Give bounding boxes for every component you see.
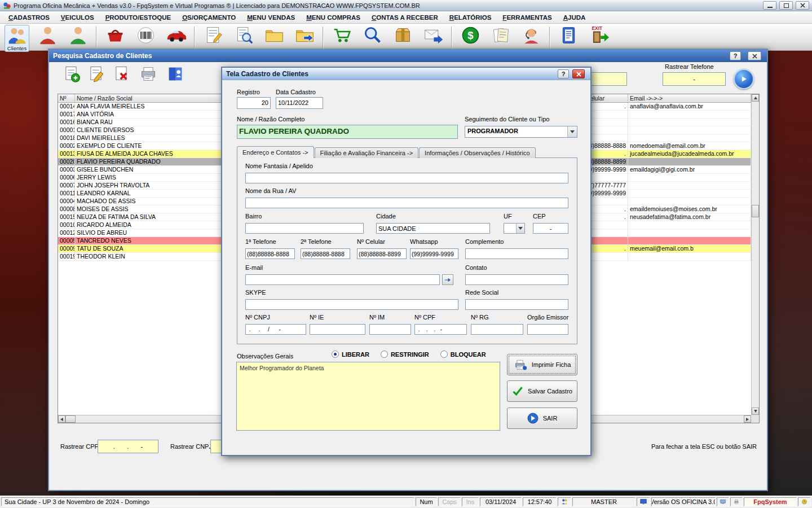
print-grid-icon[interactable] <box>139 64 158 84</box>
menu-item[interactable]: FERRAMENTAS <box>497 12 557 23</box>
sales-cart-icon[interactable] <box>329 25 354 46</box>
observacoes-textarea[interactable]: Melhor Programador do Planeta <box>236 362 500 431</box>
products-basket-icon[interactable] <box>103 25 127 46</box>
cep-field[interactable]: - <box>533 223 568 234</box>
scroll-up-button[interactable] <box>752 94 759 102</box>
sair-button[interactable]: SAIR <box>507 408 577 429</box>
uf-select[interactable] <box>504 223 525 234</box>
add-record-icon[interactable] <box>61 64 81 84</box>
nome-field[interactable]: FLAVIO PEREIRA QUADRADO <box>237 125 458 139</box>
rua-field[interactable] <box>245 198 568 208</box>
menu-item[interactable]: OS/ORÇAMENTO <box>176 12 241 23</box>
vehicles-car-icon[interactable] <box>164 25 188 46</box>
menu-item[interactable]: CONTAS A RECEBER <box>366 12 444 23</box>
complemento-field[interactable] <box>465 248 568 259</box>
supplier-icon[interactable] <box>35 25 60 46</box>
orgao-emissor-field[interactable] <box>527 324 568 335</box>
main-toolbar: Clientes $ EXIT <box>0 24 812 51</box>
menu-item[interactable]: PRODUTO/ESTOQUE <box>100 12 177 23</box>
edit-record-icon[interactable] <box>86 64 105 84</box>
cell-email: meuemail@email.com.b <box>628 245 751 253</box>
rastrear-cpf-input[interactable]: . . - <box>98 440 158 453</box>
menu-item[interactable]: CADASTROS <box>3 12 55 23</box>
rastrear-cnpj-label: Rastrear CNPJ <box>170 443 212 450</box>
finance-dollar-icon[interactable]: $ <box>458 25 483 46</box>
close-button[interactable] <box>796 1 809 10</box>
scroll-right-button[interactable] <box>744 415 751 423</box>
imprimir-ficha-button[interactable]: Imprimir Ficha <box>507 354 577 375</box>
mail-send-icon[interactable] <box>421 25 445 46</box>
registro-label: Registro <box>237 89 260 95</box>
celular-field[interactable]: (88)88888-8899 <box>357 248 407 259</box>
search-window-titlebar[interactable]: Pesquisa Cadastro de Clientes ? <box>49 50 767 62</box>
rede-social-field[interactable] <box>465 299 568 310</box>
reports-icon[interactable] <box>556 25 581 46</box>
status-date: 03/11/2024 <box>480 497 522 506</box>
radio-option[interactable]: RESTRINGIR <box>381 351 429 358</box>
whatsapp-field[interactable]: (99)99999-9999 <box>410 248 458 259</box>
seguimento-select[interactable]: PROGRAMADOR <box>465 126 577 138</box>
rg-field[interactable] <box>471 324 523 335</box>
cell-name: BIANCA RAU <box>75 119 224 126</box>
menu-item[interactable]: AJUDA <box>558 12 592 23</box>
tab[interactable]: Endereço e Contatos -> <box>237 146 314 158</box>
radio-option[interactable]: BLOQUEAR <box>440 351 486 358</box>
scroll-down-button[interactable] <box>752 408 759 415</box>
menu-item[interactable]: MENU COMPRAS <box>301 12 366 23</box>
salvar-cadastro-button[interactable]: Salvar Cadastro <box>507 380 577 402</box>
receipts-icon[interactable] <box>488 25 513 46</box>
dialog-close-button[interactable] <box>572 69 585 78</box>
delete-record-icon[interactable] <box>112 64 131 84</box>
vertical-scroll-thumb[interactable] <box>752 205 759 217</box>
barcode-icon[interactable] <box>133 25 158 46</box>
horizontal-scroll-thumb[interactable] <box>65 415 76 423</box>
employee-icon[interactable] <box>65 25 90 46</box>
search-sales-icon[interactable] <box>360 25 385 46</box>
cell-num: 00012 <box>58 229 75 237</box>
cpf-field[interactable]: . . . - <box>414 324 467 335</box>
scroll-left-button[interactable] <box>58 415 65 423</box>
dropdown-button[interactable] <box>567 126 577 137</box>
cidade-field[interactable]: SUA CIDADE <box>376 223 490 234</box>
im-field[interactable] <box>369 324 411 335</box>
exit-icon[interactable]: EXIT <box>586 25 611 46</box>
support-agent-icon[interactable] <box>519 25 544 46</box>
clients-icon[interactable]: Clientes <box>5 25 29 52</box>
tab[interactable]: Informações / Observações / Histórico <box>419 147 535 158</box>
rastrear-telefone-input[interactable]: - <box>663 72 726 86</box>
menu-item[interactable]: MENU VENDAS <box>241 12 301 23</box>
cell-num: 00005 <box>58 237 75 245</box>
ie-field[interactable] <box>310 324 365 335</box>
folder-icon[interactable] <box>262 25 286 46</box>
close-window-button[interactable] <box>748 51 761 60</box>
data-cadastro-field[interactable]: 10/11/2022 <box>276 97 323 109</box>
contato-field[interactable] <box>465 274 568 285</box>
purchases-box-icon[interactable] <box>390 25 415 46</box>
dropdown-button[interactable] <box>516 224 524 233</box>
bairro-field[interactable] <box>245 223 364 234</box>
work-order-icon[interactable] <box>201 25 226 46</box>
vertical-scrollbar[interactable] <box>751 94 759 415</box>
skype-field[interactable] <box>245 299 458 310</box>
menu-item[interactable]: RELATÓRIOS <box>444 12 497 23</box>
email-field[interactable] <box>245 274 440 285</box>
search-order-icon[interactable] <box>231 25 256 46</box>
tel1-field[interactable]: (88)88888-8888 <box>245 248 295 259</box>
tel2-field[interactable]: (88)88888-8888 <box>301 248 350 259</box>
registro-field[interactable]: 20 <box>237 97 271 109</box>
send-email-button[interactable] <box>442 274 453 285</box>
search-go-button[interactable] <box>734 69 754 89</box>
contacts-book-icon[interactable] <box>166 64 185 84</box>
tab[interactable]: Filiação e Avaliação Financeira -> <box>315 147 419 158</box>
radio-option[interactable]: LIBERAR <box>332 351 369 358</box>
nome-fantasia-field[interactable] <box>245 173 568 183</box>
folder-send-icon[interactable] <box>292 25 317 46</box>
maximize-button[interactable] <box>779 1 793 10</box>
minimize-button[interactable] <box>763 1 776 10</box>
dialog-help-button[interactable]: ? <box>558 69 569 78</box>
cnpj-label: Nº CNPJ <box>245 314 270 321</box>
help-button[interactable]: ? <box>730 51 741 60</box>
cnpj-field[interactable]: . . / - <box>245 324 306 335</box>
dialog-titlebar[interactable]: Tela Cadastro de Clientes ? <box>222 68 590 80</box>
menu-item[interactable]: VEICULOS <box>55 12 100 23</box>
